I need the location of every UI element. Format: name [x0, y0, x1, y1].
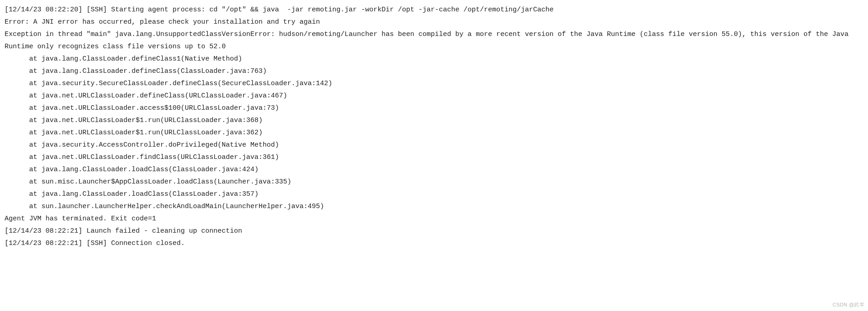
- log-line-stack: at java.lang.ClassLoader.loadClass(Class…: [5, 188, 863, 200]
- log-line-stack: at java.lang.ClassLoader.defineClass(Cla…: [5, 65, 863, 77]
- log-line: [12/14/23 08:22:21] Launch failed - clea…: [5, 225, 863, 237]
- log-line-stack: at java.security.SecureClassLoader.defin…: [5, 77, 863, 90]
- log-output[interactable]: [12/14/23 08:22:20] [SSH] Starting agent…: [0, 0, 868, 253]
- log-line-stack: at java.net.URLClassLoader$1.run(URLClas…: [5, 127, 863, 139]
- log-line-stack: at java.lang.ClassLoader.defineClass1(Na…: [5, 53, 863, 65]
- log-line: Error: A JNI error has occurred, please …: [5, 16, 863, 28]
- log-line-stack: at java.net.URLClassLoader.findClass(URL…: [5, 151, 863, 163]
- log-line: Agent JVM has terminated. Exit code=1: [5, 213, 863, 225]
- log-line-stack: at java.net.URLClassLoader$1.run(URLClas…: [5, 114, 863, 127]
- log-line-stack: at java.lang.ClassLoader.loadClass(Class…: [5, 163, 863, 176]
- log-line-stack: at sun.misc.Launcher$AppClassLoader.load…: [5, 176, 863, 188]
- log-line-stack: at java.net.URLClassLoader.defineClass(U…: [5, 90, 863, 102]
- log-line: [12/14/23 08:22:21] [SSH] Connection clo…: [5, 237, 863, 250]
- log-line: [12/14/23 08:22:20] [SSH] Starting agent…: [5, 4, 863, 16]
- watermark-text: CSDN @武半: [832, 301, 864, 308]
- log-line-stack: at sun.launcher.LauncherHelper.checkAndL…: [5, 200, 863, 213]
- log-line-stack: at java.net.URLClassLoader.access$100(UR…: [5, 102, 863, 114]
- log-line-stack: at java.security.AccessController.doPriv…: [5, 139, 863, 151]
- log-line: Exception in thread "main" java.lang.Uns…: [5, 28, 863, 53]
